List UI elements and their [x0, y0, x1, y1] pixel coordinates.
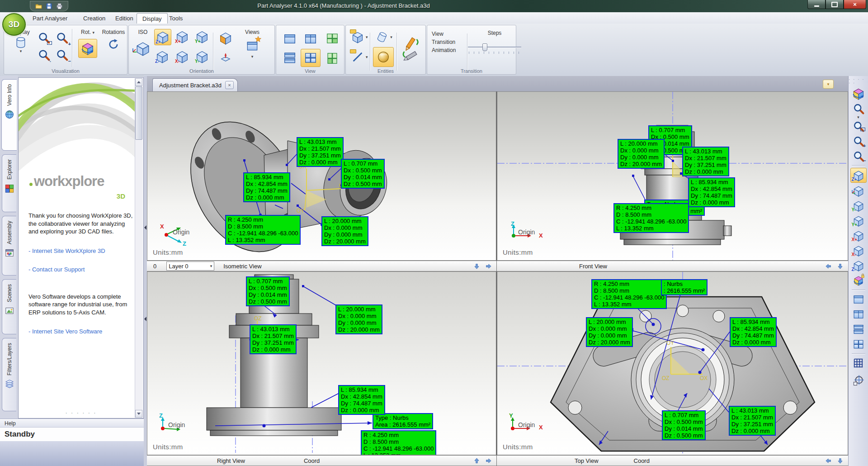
viewport-splitter[interactable]: [496, 91, 497, 466]
close-button[interactable]: ×: [844, 0, 866, 9]
slider-thumb[interactable]: [482, 43, 487, 51]
layout-two-rows-button[interactable]: [851, 322, 866, 336]
view-right-arrow-button[interactable]: [485, 262, 492, 270]
panel-scrollbar[interactable]: [135, 78, 143, 418]
sidebar-tab-vero-info[interactable]: Vero Info: [1, 79, 17, 151]
measure-label[interactable]: L : 85.934 mm Dx : 42.854 mm Dy : 74.487…: [338, 385, 385, 415]
viewport-top[interactable]: OY OZ OX R : 4.250 mm D : 8.500 mm C : -…: [497, 271, 848, 455]
rotate-view-button[interactable]: [78, 39, 97, 58]
measure-label[interactable]: L : 0.707 mm Dx : 0.500 mm Dy : 0.014 mm…: [341, 159, 385, 189]
measure-label[interactable]: R : 4.250 mm D : 8.500 mm C : -12.941 48…: [591, 279, 667, 309]
zoom-dynamic-button[interactable]: ↔: [35, 46, 53, 63]
align-to-plane-button[interactable]: [217, 50, 235, 66]
viewport-right[interactable]: OZ OY L : 0.707 mm Dx : 0.500 mm Dy : 0.…: [147, 271, 496, 455]
rotate-view-button[interactable]: [851, 86, 866, 100]
view-z-plus-button[interactable]: Z+: [154, 29, 171, 45]
measure-label[interactable]: L : 85.934 mm Dx : 42.854 mm Dy : 74.487…: [730, 317, 777, 347]
measure-label[interactable]: L : 20.000 mm Dx : 0.000 mm Dy : 0.000 m…: [618, 139, 665, 169]
viewport-isometric[interactable]: OX OY OZ L : 43.013 mm Dx : 21.507 mm Dy…: [147, 91, 496, 261]
sidebar-tab-explorer[interactable]: Explorer: [2, 154, 16, 212]
toolbar-grip[interactable]: · · · · · ·: [849, 78, 868, 85]
layout-single-button[interactable]: [851, 292, 866, 306]
measure-label[interactable]: L : 20.000 mm Dx : 0.000 mm Dy : 0.000 m…: [321, 216, 368, 246]
sidebar-tab-filters-layers[interactable]: Filters/Layers: [2, 338, 16, 411]
tabbar-options-button[interactable]: ▾: [823, 80, 834, 89]
zoom-in-button[interactable]: +: [53, 29, 71, 46]
zoom-out-button[interactable]: −: [53, 46, 71, 63]
view-left-arrow-button[interactable]: [825, 457, 832, 465]
layout-two-columns-button[interactable]: [301, 30, 321, 48]
view-face-button[interactable]: [217, 29, 235, 47]
panel-resize-grip[interactable]: · · · · · ·: [65, 409, 96, 416]
iso-view-button[interactable]: [851, 184, 866, 198]
entity-curve-dropdown[interactable]: ▾: [349, 49, 368, 65]
tab-display[interactable]: Display: [137, 13, 168, 24]
entity-sphere-button[interactable]: [373, 47, 394, 67]
zoom-out-button[interactable]: −: [851, 149, 866, 163]
view-x-minus-button[interactable]: X-: [851, 243, 866, 257]
link-internet-site-vero[interactable]: - Internet Site Vero Software: [28, 328, 134, 335]
measure-label[interactable]: L : 43.013 mm Dx : 21.507 mm Dy : 37.251…: [250, 324, 297, 354]
measure-label[interactable]: L : 85.934 mm Dx : 42.854 mm Dy : 74.487…: [688, 177, 735, 207]
views-button[interactable]: [243, 37, 261, 55]
view-x-plus-button[interactable]: X+: [851, 228, 866, 243]
view-y-plus-button[interactable]: Y+: [194, 29, 210, 44]
document-tab[interactable]: Adjustment Bracket.a3d ×: [152, 78, 238, 91]
zoom-fit-button[interactable]: [851, 101, 866, 115]
grid-toggle-button[interactable]: [851, 356, 866, 370]
measure-edit-button[interactable]: [399, 29, 422, 67]
view-z-minus-button[interactable]: Z-: [851, 258, 866, 272]
chevron-down-icon[interactable]: ▾: [251, 55, 254, 58]
measure-label[interactable]: Type : Nurbs Area : 2616.555 mm²: [373, 413, 433, 429]
measure-label[interactable]: L : 20.000 mm Dx : 0.000 mm Dy : 0.000 m…: [586, 317, 633, 347]
tile-horizontal-button[interactable]: [323, 50, 341, 67]
maximize-button[interactable]: [826, 0, 844, 9]
view-left-arrow-button[interactable]: [825, 262, 832, 270]
measure-label[interactable]: R : 4.250 mm D : 8.500 mm C : -12.941 48…: [613, 203, 689, 233]
rotation-lock-button[interactable]: [851, 273, 866, 287]
steps-slider[interactable]: [468, 43, 521, 54]
link-contact-support[interactable]: - Contact our Support: [28, 266, 134, 273]
view-right-arrow-button[interactable]: [485, 457, 492, 465]
layout-two-columns-button[interactable]: [851, 307, 866, 321]
measure-label[interactable]: L : 43.013 mm Dx : 21.507 mm Dy : 37.251…: [682, 147, 729, 176]
datum-button[interactable]: [851, 373, 866, 387]
zoom-window-button[interactable]: [851, 119, 866, 133]
view-y-minus-button[interactable]: Y-: [194, 49, 210, 64]
zoom-in-button[interactable]: +: [851, 134, 866, 148]
sidebar-tab-assembly[interactable]: Assembly: [2, 216, 16, 276]
view-up-arrow-button[interactable]: [473, 457, 481, 465]
measure-label[interactable]: L : 0.707 mm Dx : 0.500 mm Dy : 0.014 mm…: [662, 410, 706, 440]
open-file-icon[interactable]: [35, 2, 42, 10]
layer-dropdown[interactable]: Layer 0 ▾: [166, 262, 214, 271]
scroll-up-button[interactable]: [135, 78, 142, 86]
view-transition-animation-label[interactable]: View Transition Animation: [432, 30, 456, 54]
viewport-front[interactable]: L : 0.707 mm Dx : 0.500 mm Dy : 0.014 mm…: [497, 91, 848, 261]
tab-tools[interactable]: Tools: [164, 13, 188, 24]
view-z-minus-button[interactable]: Z-: [154, 49, 170, 64]
layout-single-button[interactable]: [280, 30, 300, 48]
entity-solid-dropdown[interactable]: ▾: [349, 29, 368, 45]
sidebar-tab-scenes[interactable]: Scenes: [2, 279, 16, 334]
chevron-down-icon[interactable]: ▾: [20, 50, 22, 52]
view-down-arrow-button[interactable]: [836, 262, 844, 270]
zoom-window-button[interactable]: [35, 29, 53, 46]
layout-quad-button[interactable]: [851, 337, 866, 351]
view-x-plus-button[interactable]: X+: [174, 29, 190, 44]
link-internet-site-workxplore[interactable]: - Internet Site WorkXplore 3D: [28, 247, 134, 254]
rotations-button[interactable]: [105, 36, 122, 52]
layout-quad-button[interactable]: [301, 49, 321, 67]
measure-label[interactable]: L : 0.707 mm Dx : 0.500 mm Dy : 0.014 mm…: [246, 276, 290, 306]
view-down-arrow-button[interactable]: [836, 457, 844, 465]
measure-label[interactable]: L : 20.000 mm Dx : 0.000 mm Dy : 0.000 m…: [335, 304, 382, 334]
document-close-icon[interactable]: ×: [225, 81, 234, 89]
app-logo-3d[interactable]: 3D: [2, 13, 26, 36]
layout-two-rows-button[interactable]: [280, 49, 300, 67]
measure-label[interactable]: L : 43.013 mm Dx : 21.507 mm Dy : 37.251…: [297, 137, 344, 167]
entity-cylinder-dropdown[interactable]: ▾: [374, 29, 392, 45]
iso-view-button[interactable]: [133, 39, 152, 58]
measure-label[interactable]: R : 4.250 mm D : 8.500 mm C : -12.941 48…: [225, 215, 301, 245]
measure-label[interactable]: R : 4.250 mm D : 8.500 mm C : -12.941 48…: [361, 430, 436, 455]
rot-dropdown[interactable]: Rot. ▾: [81, 29, 94, 35]
view-y-plus-button[interactable]: Y+: [851, 214, 866, 228]
